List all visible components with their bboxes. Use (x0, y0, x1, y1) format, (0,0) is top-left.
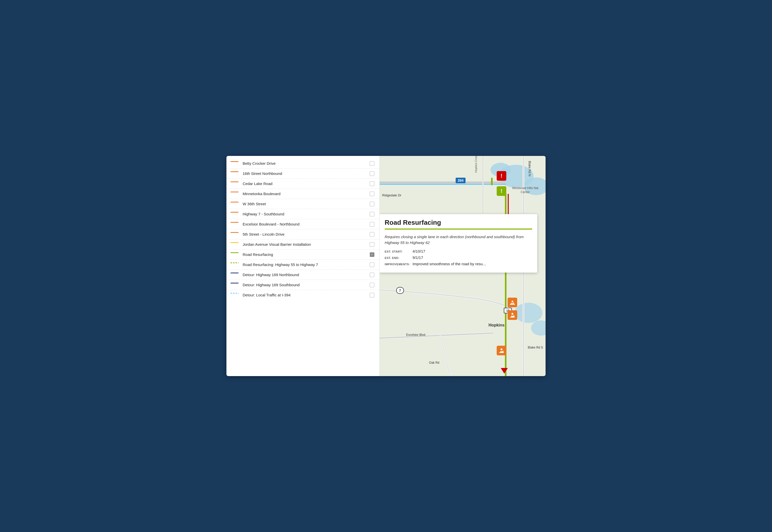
hopkins-crossroad-label: Hopkins Crossroad (475, 156, 478, 173)
checkbox-box (370, 181, 374, 186)
item-label: 16th Street Northbound (243, 171, 370, 176)
svg-rect-20 (510, 304, 515, 305)
item-label: Road Resurfacing (243, 252, 370, 257)
warning-icon-red[interactable]: ! (497, 171, 506, 181)
popup-improvements-label: IMPROVEMENTS: (385, 263, 413, 266)
badge-7-bottom: 7 (396, 287, 404, 294)
checkbox-box (370, 202, 374, 206)
warning-icon-green[interactable]: ! (497, 186, 506, 196)
construction-svg2 (509, 312, 516, 318)
line-icon (230, 181, 240, 182)
list-item[interactable]: W 36th Street (226, 199, 379, 209)
list-item[interactable]: Road Resurfacing ✓ (226, 250, 379, 260)
checkbox-box (370, 171, 374, 176)
item-label: Highway 7 - Southbound (243, 211, 370, 217)
popup-field-improvements: IMPROVEMENTS: Improved smoothness of the… (385, 262, 532, 266)
list-item[interactable]: Jordan Avenue Visual Barrier Installatio… (226, 239, 379, 250)
construction-icon-2[interactable] (508, 310, 517, 320)
westwood-hills-label: Westwood Hills Nat Center (511, 186, 539, 194)
popup-start-value: 4/10/17 (413, 249, 425, 253)
popup-title: Road Resurfacing (385, 219, 532, 227)
line-icon (230, 272, 240, 273)
list-item[interactable]: 5th Street - Lincoln Drive (226, 229, 379, 239)
line-icon (230, 161, 240, 162)
item-label: Excelsior Boulevard - Northbound (243, 221, 370, 227)
item-label: Betty Crocker Drive (243, 161, 370, 166)
line-icon (230, 191, 240, 192)
popup-description: Requires closing a single lane in each d… (385, 234, 532, 245)
line-icon (230, 211, 240, 213)
checkbox[interactable] (370, 202, 374, 206)
excelsior-blvd-label: Excelsior Blvd (406, 333, 425, 337)
line-icon (230, 262, 240, 263)
construction-svg3 (499, 347, 505, 354)
checkbox-box (370, 242, 374, 247)
line-icon (230, 292, 240, 294)
checkbox[interactable] (370, 171, 374, 176)
map-popup: Road Resurfacing Requires closing a sing… (380, 214, 537, 273)
list-item[interactable]: Cedar Lake Road (226, 179, 379, 189)
right-panel[interactable]: Ridgedale Dr Hopkins Crossroad Excelsior… (380, 156, 546, 376)
item-label: Detour: Highway 169 Southbound (243, 282, 370, 288)
list-item[interactable]: Detour: Highway 169 Northbound (226, 270, 379, 280)
popup-header: Road Resurfacing (380, 214, 537, 231)
checkbox[interactable] (370, 283, 374, 287)
checkbox[interactable]: ✓ (370, 252, 374, 257)
svg-point-4 (515, 303, 542, 323)
blake-rd-s-label: Blake Rd S (528, 346, 543, 349)
line-icon (230, 171, 240, 172)
list-item[interactable]: Detour: Highway 169 Southbound (226, 280, 379, 290)
svg-point-21 (511, 313, 513, 315)
construction-icon-1[interactable] (508, 298, 517, 307)
svg-rect-24 (499, 352, 504, 353)
list-item[interactable]: Road Resurfacing: Highway 55 to Highway … (226, 260, 379, 270)
list-item[interactable]: Betty Crocker Drive (226, 158, 379, 169)
list-item[interactable]: Excelsior Boulevard - Northbound (226, 219, 379, 229)
badge-394: 394 (456, 178, 466, 183)
checkbox-box (370, 212, 374, 216)
checkmark-icon: ✓ (371, 253, 373, 256)
svg-point-23 (501, 349, 502, 350)
checkbox-box (370, 283, 374, 287)
item-label: Cedar Lake Road (243, 181, 370, 186)
item-label: Detour: Highway 169 Northbound (243, 272, 370, 277)
popup-body: Requires closing a single lane in each d… (380, 231, 537, 273)
red-arrow-icon (501, 368, 508, 374)
blake-rd-n-label: Blake Rd N (528, 161, 531, 176)
list-item[interactable]: Detour: Local Traffic at I-394 (226, 290, 379, 300)
line-icon (230, 232, 240, 233)
checkbox-box-checked: ✓ (370, 252, 374, 257)
construction-svg (509, 299, 516, 305)
checkbox[interactable] (370, 232, 374, 237)
popup-end-value: 9/1/17 (413, 255, 423, 260)
line-icon (230, 282, 240, 283)
checkbox[interactable] (370, 192, 374, 196)
checkbox-box (370, 262, 374, 267)
checkbox-box (370, 232, 374, 237)
list-item[interactable]: Minnetonka Boulevard (226, 189, 379, 199)
construction-icon-3[interactable] (497, 346, 506, 355)
app-container: Betty Crocker Drive 16th Street Northbou… (226, 156, 546, 376)
checkbox[interactable] (370, 212, 374, 216)
line-icon (230, 242, 240, 243)
left-panel: Betty Crocker Drive 16th Street Northbou… (226, 156, 380, 376)
item-label: Road Resurfacing: Highway 55 to Highway … (243, 262, 370, 267)
checkbox[interactable] (370, 181, 374, 186)
checkbox[interactable] (370, 273, 374, 277)
checkbox-box (370, 293, 374, 297)
item-label: Detour: Local Traffic at I-394 (243, 292, 370, 298)
checkbox[interactable] (370, 293, 374, 297)
checkbox-box (370, 222, 374, 227)
checkbox[interactable] (370, 161, 374, 166)
checkbox[interactable] (370, 222, 374, 227)
ridgedale-label: Ridgedale Dr (382, 193, 402, 197)
list-item[interactable]: Highway 7 - Southbound (226, 209, 379, 219)
svg-point-19 (512, 301, 513, 302)
oak-rd-label: Oak Rd (429, 361, 440, 364)
popup-start-label: EST. START: (385, 250, 413, 253)
checkbox-box (370, 161, 374, 166)
connector-line (491, 178, 493, 185)
checkbox[interactable] (370, 262, 374, 267)
list-item[interactable]: 16th Street Northbound (226, 169, 379, 179)
checkbox[interactable] (370, 242, 374, 247)
